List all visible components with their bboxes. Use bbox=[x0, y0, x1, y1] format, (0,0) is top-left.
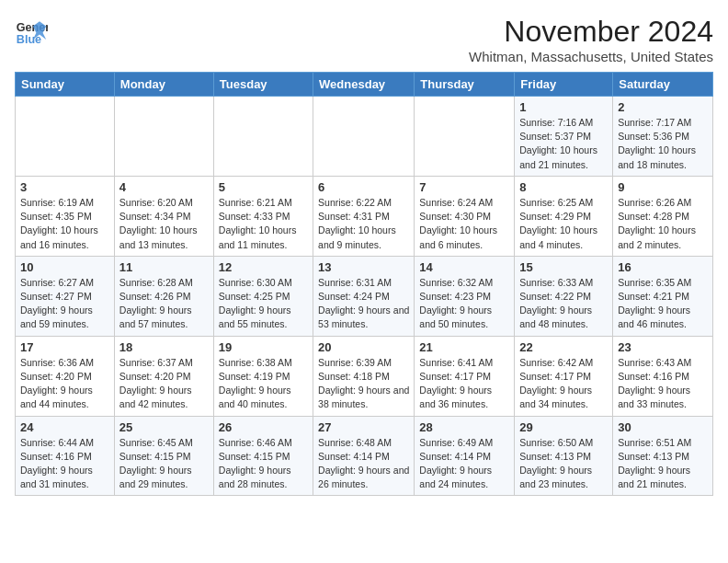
header-cell-monday: Monday bbox=[114, 73, 213, 97]
day-cell: 8Sunrise: 6:25 AM Sunset: 4:29 PM Daylig… bbox=[515, 176, 613, 256]
day-cell: 21Sunrise: 6:41 AM Sunset: 4:17 PM Dayli… bbox=[415, 336, 515, 416]
day-cell: 20Sunrise: 6:39 AM Sunset: 4:18 PM Dayli… bbox=[313, 336, 415, 416]
day-cell: 27Sunrise: 6:48 AM Sunset: 4:14 PM Dayli… bbox=[313, 416, 415, 496]
week-row-5: 24Sunrise: 6:44 AM Sunset: 4:16 PM Dayli… bbox=[16, 416, 713, 496]
day-info: Sunrise: 6:43 AM Sunset: 4:16 PM Dayligh… bbox=[618, 356, 708, 412]
day-info: Sunrise: 6:35 AM Sunset: 4:21 PM Dayligh… bbox=[618, 276, 708, 332]
header-cell-sunday: Sunday bbox=[16, 73, 115, 97]
day-cell: 9Sunrise: 6:26 AM Sunset: 4:28 PM Daylig… bbox=[613, 176, 713, 256]
week-row-1: 1Sunrise: 7:16 AM Sunset: 5:37 PM Daylig… bbox=[16, 97, 713, 177]
day-info: Sunrise: 6:50 AM Sunset: 4:13 PM Dayligh… bbox=[519, 436, 608, 492]
day-cell: 15Sunrise: 6:33 AM Sunset: 4:22 PM Dayli… bbox=[515, 256, 613, 336]
day-info: Sunrise: 6:33 AM Sunset: 4:22 PM Dayligh… bbox=[519, 276, 608, 332]
day-cell: 22Sunrise: 6:42 AM Sunset: 4:17 PM Dayli… bbox=[515, 336, 613, 416]
day-number: 13 bbox=[318, 260, 409, 274]
day-info: Sunrise: 6:26 AM Sunset: 4:28 PM Dayligh… bbox=[618, 196, 708, 252]
day-info: Sunrise: 6:21 AM Sunset: 4:33 PM Dayligh… bbox=[219, 196, 308, 252]
day-number: 19 bbox=[219, 340, 308, 354]
day-info: Sunrise: 7:17 AM Sunset: 5:36 PM Dayligh… bbox=[618, 116, 708, 172]
day-number: 14 bbox=[419, 260, 509, 274]
day-number: 16 bbox=[618, 260, 708, 274]
day-cell: 2Sunrise: 7:17 AM Sunset: 5:36 PM Daylig… bbox=[613, 97, 713, 177]
day-info: Sunrise: 7:16 AM Sunset: 5:37 PM Dayligh… bbox=[519, 116, 608, 172]
week-row-2: 3Sunrise: 6:19 AM Sunset: 4:35 PM Daylig… bbox=[16, 176, 713, 256]
day-number: 29 bbox=[519, 420, 608, 434]
day-number: 11 bbox=[119, 260, 209, 274]
day-cell: 18Sunrise: 6:37 AM Sunset: 4:20 PM Dayli… bbox=[114, 336, 213, 416]
day-info: Sunrise: 6:27 AM Sunset: 4:27 PM Dayligh… bbox=[20, 276, 109, 332]
day-cell: 19Sunrise: 6:38 AM Sunset: 4:19 PM Dayli… bbox=[213, 336, 313, 416]
day-info: Sunrise: 6:36 AM Sunset: 4:20 PM Dayligh… bbox=[20, 356, 109, 412]
day-number: 22 bbox=[519, 340, 608, 354]
day-number: 6 bbox=[318, 180, 409, 194]
header-cell-thursday: Thursday bbox=[415, 73, 515, 97]
header: General Blue November 2024 Whitman, Mass… bbox=[15, 15, 713, 64]
day-info: Sunrise: 6:32 AM Sunset: 4:23 PM Dayligh… bbox=[419, 276, 509, 332]
day-cell: 4Sunrise: 6:20 AM Sunset: 4:34 PM Daylig… bbox=[114, 176, 213, 256]
day-cell: 29Sunrise: 6:50 AM Sunset: 4:13 PM Dayli… bbox=[515, 416, 613, 496]
day-cell: 6Sunrise: 6:22 AM Sunset: 4:31 PM Daylig… bbox=[313, 176, 415, 256]
day-cell: 14Sunrise: 6:32 AM Sunset: 4:23 PM Dayli… bbox=[415, 256, 515, 336]
day-number: 26 bbox=[219, 420, 308, 434]
day-cell: 25Sunrise: 6:45 AM Sunset: 4:15 PM Dayli… bbox=[114, 416, 213, 496]
day-cell: 16Sunrise: 6:35 AM Sunset: 4:21 PM Dayli… bbox=[613, 256, 713, 336]
day-info: Sunrise: 6:20 AM Sunset: 4:34 PM Dayligh… bbox=[119, 196, 209, 252]
day-number: 4 bbox=[119, 180, 209, 194]
day-info: Sunrise: 6:31 AM Sunset: 4:24 PM Dayligh… bbox=[318, 276, 409, 332]
day-info: Sunrise: 6:49 AM Sunset: 4:14 PM Dayligh… bbox=[419, 436, 509, 492]
day-number: 21 bbox=[419, 340, 509, 354]
day-info: Sunrise: 6:39 AM Sunset: 4:18 PM Dayligh… bbox=[318, 356, 409, 412]
day-cell: 3Sunrise: 6:19 AM Sunset: 4:35 PM Daylig… bbox=[16, 176, 115, 256]
day-number: 3 bbox=[20, 180, 109, 194]
calendar-body: 1Sunrise: 7:16 AM Sunset: 5:37 PM Daylig… bbox=[16, 97, 713, 496]
day-number: 17 bbox=[20, 340, 109, 354]
day-cell: 23Sunrise: 6:43 AM Sunset: 4:16 PM Dayli… bbox=[613, 336, 713, 416]
day-cell: 11Sunrise: 6:28 AM Sunset: 4:26 PM Dayli… bbox=[114, 256, 213, 336]
title-block: November 2024 Whitman, Massachusetts, Un… bbox=[469, 15, 713, 64]
day-number: 18 bbox=[119, 340, 209, 354]
day-info: Sunrise: 6:41 AM Sunset: 4:17 PM Dayligh… bbox=[419, 356, 509, 412]
day-cell bbox=[213, 97, 313, 177]
day-cell: 5Sunrise: 6:21 AM Sunset: 4:33 PM Daylig… bbox=[213, 176, 313, 256]
day-info: Sunrise: 6:44 AM Sunset: 4:16 PM Dayligh… bbox=[20, 436, 109, 492]
week-row-3: 10Sunrise: 6:27 AM Sunset: 4:27 PM Dayli… bbox=[16, 256, 713, 336]
day-cell bbox=[114, 97, 213, 177]
day-number: 10 bbox=[20, 260, 109, 274]
day-info: Sunrise: 6:38 AM Sunset: 4:19 PM Dayligh… bbox=[219, 356, 308, 412]
day-cell: 1Sunrise: 7:16 AM Sunset: 5:37 PM Daylig… bbox=[515, 97, 613, 177]
day-info: Sunrise: 6:30 AM Sunset: 4:25 PM Dayligh… bbox=[219, 276, 308, 332]
day-number: 27 bbox=[318, 420, 409, 434]
day-info: Sunrise: 6:25 AM Sunset: 4:29 PM Dayligh… bbox=[519, 196, 608, 252]
day-number: 5 bbox=[219, 180, 308, 194]
day-number: 24 bbox=[20, 420, 109, 434]
day-info: Sunrise: 6:24 AM Sunset: 4:30 PM Dayligh… bbox=[419, 196, 509, 252]
calendar-table: SundayMondayTuesdayWednesdayThursdayFrid… bbox=[15, 72, 713, 496]
day-cell: 13Sunrise: 6:31 AM Sunset: 4:24 PM Dayli… bbox=[313, 256, 415, 336]
day-number: 15 bbox=[519, 260, 608, 274]
logo: General Blue bbox=[15, 15, 48, 48]
page-subtitle: Whitman, Massachusetts, United States bbox=[469, 49, 713, 64]
header-cell-wednesday: Wednesday bbox=[313, 73, 415, 97]
day-cell: 12Sunrise: 6:30 AM Sunset: 4:25 PM Dayli… bbox=[213, 256, 313, 336]
page-title: November 2024 bbox=[469, 15, 713, 49]
day-cell bbox=[16, 97, 115, 177]
day-cell: 17Sunrise: 6:36 AM Sunset: 4:20 PM Dayli… bbox=[16, 336, 115, 416]
day-cell: 26Sunrise: 6:46 AM Sunset: 4:15 PM Dayli… bbox=[213, 416, 313, 496]
header-cell-saturday: Saturday bbox=[613, 73, 713, 97]
header-row: SundayMondayTuesdayWednesdayThursdayFrid… bbox=[16, 73, 713, 97]
day-cell: 10Sunrise: 6:27 AM Sunset: 4:27 PM Dayli… bbox=[16, 256, 115, 336]
day-info: Sunrise: 6:48 AM Sunset: 4:14 PM Dayligh… bbox=[318, 436, 409, 492]
day-info: Sunrise: 6:22 AM Sunset: 4:31 PM Dayligh… bbox=[318, 196, 409, 252]
day-number: 12 bbox=[219, 260, 308, 274]
day-info: Sunrise: 6:45 AM Sunset: 4:15 PM Dayligh… bbox=[119, 436, 209, 492]
day-info: Sunrise: 6:19 AM Sunset: 4:35 PM Dayligh… bbox=[20, 196, 109, 252]
day-cell: 30Sunrise: 6:51 AM Sunset: 4:13 PM Dayli… bbox=[613, 416, 713, 496]
day-number: 25 bbox=[119, 420, 209, 434]
day-number: 7 bbox=[419, 180, 509, 194]
calendar-header: SundayMondayTuesdayWednesdayThursdayFrid… bbox=[16, 73, 713, 97]
header-cell-friday: Friday bbox=[515, 73, 613, 97]
day-info: Sunrise: 6:28 AM Sunset: 4:26 PM Dayligh… bbox=[119, 276, 209, 332]
day-info: Sunrise: 6:37 AM Sunset: 4:20 PM Dayligh… bbox=[119, 356, 209, 412]
header-cell-tuesday: Tuesday bbox=[213, 73, 313, 97]
day-cell bbox=[313, 97, 415, 177]
